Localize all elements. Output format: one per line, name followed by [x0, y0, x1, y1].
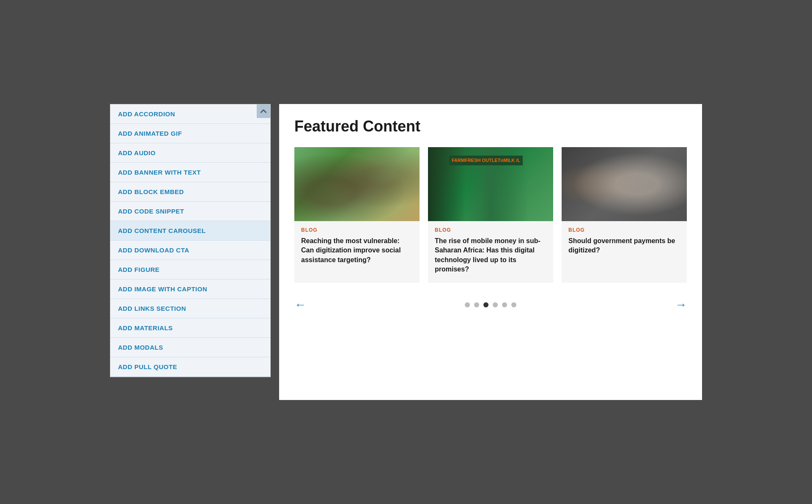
card-tag-card1: BLOG — [301, 227, 413, 233]
content-area: Featured Content BLOG Reaching the most … — [279, 104, 702, 400]
sidebar-item-audio[interactable]: ADD AUDIO — [110, 143, 270, 163]
sidebar-item-code-snippet[interactable]: ADD CODE SNIPPET — [110, 202, 270, 221]
carousel-dot-3[interactable] — [493, 302, 498, 307]
prev-arrow-button[interactable]: ← — [294, 299, 306, 311]
card-card2[interactable]: BLOG The rise of mobile money in sub-Sah… — [428, 147, 553, 283]
sidebar-item-download-cta[interactable]: ADD DOWNLOAD CTA — [110, 241, 270, 260]
card-image-card1 — [294, 147, 420, 221]
sidebar-item-animated-gif[interactable]: ADD ANIMATED GIF — [110, 124, 270, 143]
sidebar-item-accordion[interactable]: ADD ACCORDION — [110, 104, 270, 124]
main-container: ADD ACCORDIONADD ANIMATED GIFADD AUDIOAD… — [110, 104, 702, 400]
sidebar-item-image-with-caption[interactable]: ADD IMAGE WITH CAPTION — [110, 279, 270, 299]
card-tag-card3: BLOG — [568, 227, 680, 233]
carousel-dot-5[interactable] — [511, 302, 516, 307]
card-image-card3 — [562, 147, 687, 221]
sidebar-item-figure[interactable]: ADD FIGURE — [110, 260, 270, 279]
carousel-cards: BLOG Reaching the most vulnerable: Can d… — [294, 147, 687, 283]
sidebar-item-modals[interactable]: ADD MODALS — [110, 338, 270, 357]
page-title: Featured Content — [294, 118, 687, 135]
carousel-dot-4[interactable] — [502, 302, 507, 307]
next-arrow-button[interactable]: → — [675, 299, 687, 311]
sidebar-item-pull-quote[interactable]: ADD PULL QUOTE — [110, 357, 270, 377]
sidebar-item-materials[interactable]: ADD MATERIALS — [110, 318, 270, 338]
card-image-card2 — [428, 147, 553, 221]
sidebar-item-links-section[interactable]: ADD LINKS SECTION — [110, 299, 270, 318]
card-card3[interactable]: BLOG Should government payments be digit… — [562, 147, 687, 283]
sidebar-item-block-embed[interactable]: ADD BLOCK EMBED — [110, 182, 270, 202]
card-body-card1: BLOG Reaching the most vulnerable: Can d… — [294, 221, 420, 283]
card-headline-card3: Should government payments be digitized? — [568, 236, 680, 255]
carousel-nav: ← → — [294, 295, 687, 315]
card-headline-card1: Reaching the most vulnerable: Can digiti… — [301, 236, 413, 265]
card-body-card2: BLOG The rise of mobile money in sub-Sah… — [428, 221, 553, 283]
sidebar: ADD ACCORDIONADD ANIMATED GIFADD AUDIOAD… — [110, 104, 271, 377]
sidebar-item-content-carousel[interactable]: ADD CONTENT CAROUSEL — [110, 221, 270, 241]
carousel-dot-0[interactable] — [465, 302, 470, 307]
carousel-dot-1[interactable] — [474, 302, 479, 307]
card-body-card3: BLOG Should government payments be digit… — [562, 221, 687, 283]
card-tag-card2: BLOG — [435, 227, 546, 233]
sidebar-item-banner-with-text[interactable]: ADD BANNER WITH TEXT — [110, 163, 270, 182]
scroll-up-button[interactable] — [257, 104, 270, 118]
card-headline-card2: The rise of mobile money in sub-Saharan … — [435, 236, 546, 274]
card-card1[interactable]: BLOG Reaching the most vulnerable: Can d… — [294, 147, 420, 283]
carousel-dot-2[interactable] — [483, 302, 488, 307]
carousel-dots — [465, 302, 516, 307]
